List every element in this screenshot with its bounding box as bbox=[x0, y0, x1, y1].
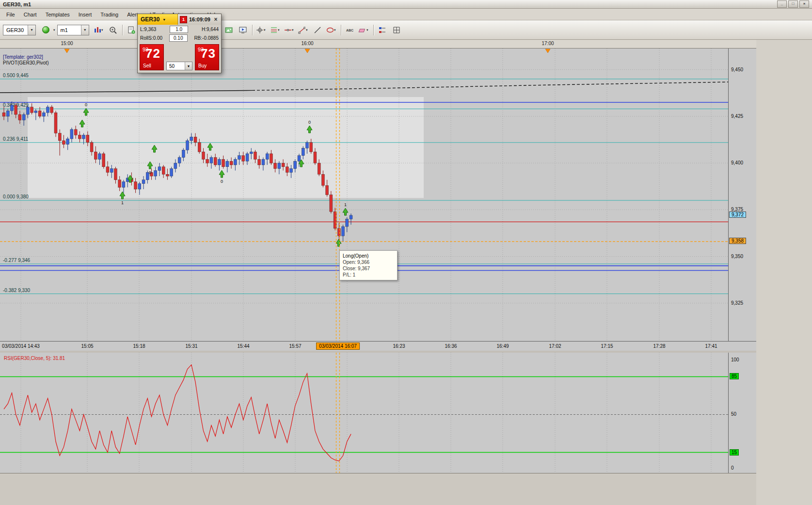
text-label-icon[interactable]: ABC bbox=[344, 24, 357, 36]
candle bbox=[238, 156, 241, 160]
trade-panel-symbol: GER30 bbox=[141, 16, 159, 23]
trade-panel-symbol-tab[interactable]: GER30 ▼ bbox=[138, 14, 178, 25]
price-axis[interactable]: 9,4509,4259,4009,3759,3509,3259,3729,358 bbox=[728, 49, 756, 341]
ma-line-dashed bbox=[252, 82, 728, 90]
menu-item-trading[interactable]: Trading bbox=[96, 10, 123, 19]
sell-button[interactable]: 93 72 Sell bbox=[140, 44, 164, 70]
hour-tick-label: 17:00 bbox=[541, 41, 554, 46]
current-time-badge: 03/03/2014 16:07 bbox=[316, 342, 360, 350]
time-tick: 16:23 bbox=[393, 343, 405, 349]
candle bbox=[350, 215, 352, 219]
candle bbox=[202, 152, 205, 159]
time-axis[interactable]: 03/03/2014 14:4315:0515:1815:3115:4415:5… bbox=[0, 341, 756, 351]
candle bbox=[270, 154, 272, 163]
menu-bar: FileChartTemplatesInsertTradingAlerts an… bbox=[0, 9, 812, 20]
screenshot-icon[interactable] bbox=[223, 24, 236, 36]
rsi-panel[interactable] bbox=[0, 353, 728, 473]
candle bbox=[62, 141, 65, 145]
candle bbox=[194, 137, 197, 143]
rsi-tick: 100 bbox=[731, 357, 739, 362]
new-order-icon[interactable] bbox=[125, 24, 138, 36]
toolbar-separator bbox=[252, 25, 253, 35]
connection-status-icon[interactable] bbox=[39, 24, 52, 36]
maximize-button[interactable]: □ bbox=[788, 0, 798, 8]
hour-ruler: 15:0016:0017:00 bbox=[0, 40, 756, 49]
spread-field[interactable]: 1.0 bbox=[170, 26, 188, 33]
time-tick: 15:57 bbox=[289, 343, 301, 349]
quantity-value: 50 bbox=[167, 64, 185, 69]
sell-label: Sell bbox=[143, 63, 151, 68]
tooltip-line: Long(Open) bbox=[343, 253, 394, 259]
quantity-select[interactable]: 50 ▼ bbox=[166, 62, 192, 70]
symbol-select[interactable]: GER30 ▼ bbox=[3, 25, 36, 35]
chevron-down-icon[interactable]: ▼ bbox=[28, 25, 35, 35]
title-bar: GER30, m1 _ □ × bbox=[0, 0, 812, 9]
chevron-down-icon[interactable]: ▼ bbox=[162, 18, 166, 21]
zoom-in-icon[interactable] bbox=[107, 24, 120, 36]
candle bbox=[142, 180, 145, 184]
signal-label: 0 bbox=[85, 102, 87, 107]
time-tick: 16:49 bbox=[496, 343, 509, 349]
close-icon[interactable]: × bbox=[212, 16, 219, 23]
trade-panel-header: GER30 ▼ 1 16:09:09 × bbox=[138, 14, 221, 25]
tooltip-line: Open: 9,366 bbox=[343, 259, 394, 265]
chevron-down-icon[interactable]: ▾ bbox=[53, 28, 55, 32]
fib-label: 0.500 9,445 bbox=[3, 73, 29, 78]
candle bbox=[262, 159, 265, 165]
candle bbox=[290, 169, 293, 173]
fibonacci-icon[interactable]: ▾ bbox=[269, 24, 282, 36]
menu-item-templates[interactable]: Templates bbox=[41, 10, 74, 19]
eraser-icon[interactable]: ▾ bbox=[358, 24, 371, 36]
candle bbox=[34, 111, 37, 113]
candle bbox=[242, 156, 245, 162]
chevron-down-icon[interactable]: ▼ bbox=[185, 62, 192, 70]
signal-label: 0 bbox=[221, 179, 223, 184]
objects-list-icon[interactable] bbox=[376, 24, 389, 36]
candle bbox=[198, 143, 201, 152]
signal-label: 0 bbox=[308, 120, 311, 125]
candle bbox=[286, 167, 288, 173]
crosshair-icon[interactable]: ▾ bbox=[255, 24, 268, 36]
menu-item-insert[interactable]: Insert bbox=[74, 10, 96, 19]
candle bbox=[70, 130, 73, 139]
time-tick: 17:15 bbox=[601, 343, 613, 349]
svg-text:ABC: ABC bbox=[346, 29, 353, 32]
menu-item-file[interactable]: File bbox=[2, 10, 19, 19]
trendline-icon[interactable]: ▾ bbox=[297, 24, 310, 36]
time-tick: 15:05 bbox=[81, 343, 93, 349]
timeframe-value: m1 bbox=[58, 27, 81, 33]
slippage-field[interactable]: 0.10 bbox=[169, 34, 188, 42]
main-chart[interactable]: 0.500 9,4450.382 9,4290.236 9,4110.000 9… bbox=[0, 49, 728, 341]
horizontal-line-icon[interactable]: ▾ bbox=[283, 24, 296, 36]
rsi-line bbox=[4, 365, 351, 461]
buy-button[interactable]: 93 73 Buy bbox=[195, 44, 219, 70]
candle bbox=[18, 114, 21, 120]
tooltip-line: P/L: 1 bbox=[343, 272, 394, 278]
price-badge: 9,358 bbox=[729, 238, 746, 244]
timeframe-select[interactable]: m1 ▼ bbox=[57, 25, 89, 35]
candle bbox=[210, 158, 213, 163]
candle bbox=[58, 133, 61, 141]
alert-badge[interactable]: 1 bbox=[180, 16, 187, 23]
roll-sell-label: RollS:0.00 bbox=[140, 35, 162, 41]
candle bbox=[118, 180, 121, 187]
symbol-value: GER30 bbox=[3, 27, 28, 33]
candle bbox=[326, 185, 329, 195]
time-tick: 17:28 bbox=[653, 343, 665, 349]
chevron-down-icon[interactable]: ▼ bbox=[81, 25, 89, 35]
price-tick: 9,450 bbox=[731, 67, 743, 72]
rsi-axis[interactable]: 1008550150 bbox=[728, 353, 756, 473]
quote-trade-panel: GER30 ▼ 1 16:09:09 × L:9,363 1.0 H:9,644… bbox=[137, 14, 222, 73]
ellipse-icon[interactable]: ▾ bbox=[325, 24, 338, 36]
candle bbox=[74, 130, 77, 135]
grid-icon[interactable] bbox=[390, 24, 403, 36]
menu-item-chart[interactable]: Chart bbox=[19, 10, 41, 19]
candle bbox=[282, 163, 285, 167]
toolbar-separator bbox=[122, 25, 123, 35]
close-button[interactable]: × bbox=[799, 0, 809, 8]
line-icon[interactable] bbox=[311, 24, 324, 36]
chart-type-icon[interactable]: ▾ bbox=[93, 24, 106, 36]
slideshow-icon[interactable] bbox=[237, 24, 250, 36]
hour-tick-label: 15:00 bbox=[61, 41, 73, 46]
minimize-button[interactable]: _ bbox=[777, 0, 787, 8]
